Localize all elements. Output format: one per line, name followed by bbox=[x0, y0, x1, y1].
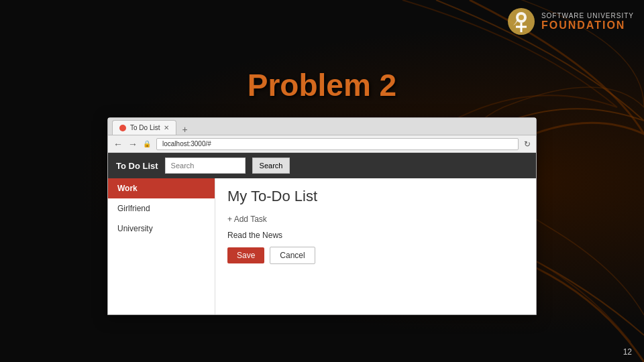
action-row: Save Cancel bbox=[227, 247, 524, 264]
search-input[interactable] bbox=[165, 158, 246, 174]
task-item: Read the News bbox=[227, 231, 524, 240]
browser-address-bar: ← → 🔒 ↻ bbox=[108, 135, 536, 153]
sidebar-item-girlfriend[interactable]: Girlfriend bbox=[108, 198, 215, 219]
sidebar-item-work[interactable]: Work bbox=[108, 178, 215, 198]
sidebar-item-girlfriend-label: Girlfriend bbox=[117, 204, 150, 213]
tab-label: To Do List bbox=[130, 124, 160, 131]
slide-title: Problem 2 bbox=[248, 67, 396, 103]
add-task-link[interactable]: + Add Task bbox=[227, 215, 524, 224]
back-button[interactable]: ← bbox=[113, 139, 123, 149]
app-content: To Do List Search Work Girlfriend Univer… bbox=[108, 153, 536, 314]
cancel-button[interactable]: Cancel bbox=[270, 247, 315, 264]
logo-area: SOFTWARE UNIVERSITY FOUNDATION bbox=[506, 7, 634, 36]
save-button[interactable]: Save bbox=[227, 247, 264, 263]
app-body: Work Girlfriend University My To-Do List… bbox=[108, 178, 536, 314]
browser-tabs: To Do List ✕ + bbox=[108, 118, 536, 135]
page-number: 12 bbox=[623, 347, 632, 357]
sidebar: Work Girlfriend University bbox=[108, 178, 215, 314]
main-content: My To-Do List + Add Task Read the News S… bbox=[215, 178, 536, 314]
browser-mockup: To Do List ✕ + ← → 🔒 ↻ To Do List Search… bbox=[107, 117, 537, 315]
logo-icon bbox=[506, 7, 536, 36]
app-header-title: To Do List bbox=[116, 161, 158, 171]
app-header: To Do List Search bbox=[108, 153, 536, 178]
sidebar-item-university[interactable]: University bbox=[108, 219, 215, 239]
info-icon: 🔒 bbox=[143, 140, 151, 147]
forward-button[interactable]: → bbox=[128, 139, 138, 149]
search-button[interactable]: Search bbox=[252, 158, 290, 174]
logo-text-top: SOFTWARE UNIVERSITY bbox=[541, 12, 634, 19]
tab-favicon bbox=[119, 125, 126, 131]
logo-text-bottom: FOUNDATION bbox=[541, 19, 634, 32]
tab-close-icon[interactable]: ✕ bbox=[164, 124, 169, 131]
svg-point-4 bbox=[519, 15, 524, 20]
sidebar-item-work-label: Work bbox=[117, 184, 138, 193]
address-input[interactable] bbox=[156, 138, 519, 150]
logo-text: SOFTWARE UNIVERSITY FOUNDATION bbox=[541, 12, 634, 32]
sidebar-item-university-label: University bbox=[117, 224, 153, 233]
main-title: My To-Do List bbox=[227, 188, 524, 205]
browser-tab-active[interactable]: To Do List ✕ bbox=[112, 120, 176, 135]
new-tab-icon[interactable]: + bbox=[179, 124, 190, 135]
refresh-icon[interactable]: ↻ bbox=[524, 139, 531, 149]
